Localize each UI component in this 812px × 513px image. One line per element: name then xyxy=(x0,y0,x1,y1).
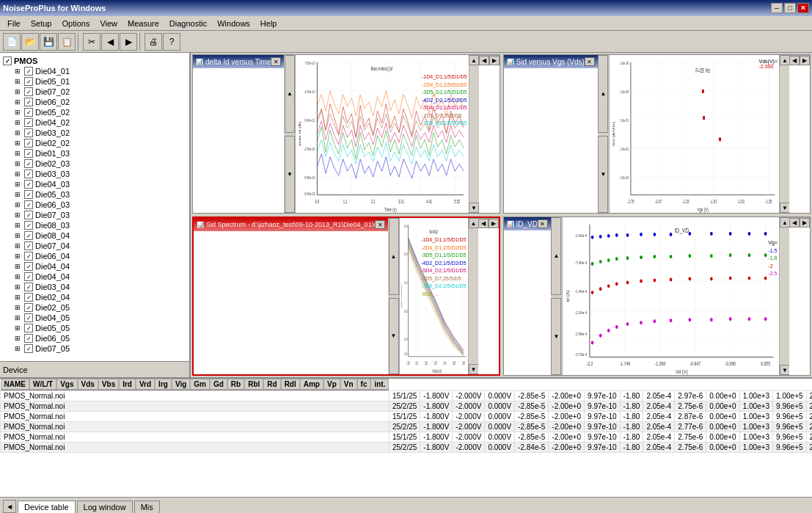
scroll-down[interactable]: ▼ xyxy=(780,203,789,213)
chart-close-btn[interactable]: ✕ xyxy=(375,220,385,229)
tree-item[interactable]: ⊞Die07_04 xyxy=(3,241,186,251)
item-checkbox[interactable] xyxy=(24,77,33,86)
tree-item[interactable]: ⊞Die04_05 xyxy=(3,313,186,323)
tree-item[interactable]: ⊞Die07_03 xyxy=(3,210,186,220)
tree-item[interactable]: ⊞Die06_04 xyxy=(3,251,186,261)
axis-up[interactable]: ▲ xyxy=(598,55,608,133)
tree-item[interactable]: ⊞Die01_03 xyxy=(3,148,186,159)
item-checkbox[interactable] xyxy=(24,324,33,332)
root-checkbox[interactable] xyxy=(3,57,12,65)
item-checkbox[interactable] xyxy=(24,262,33,271)
tree-item[interactable]: ⊞Die07_02 xyxy=(3,87,186,97)
hscroll-left[interactable]: ◀ xyxy=(478,219,489,228)
chart-plot-area[interactable]: 0.0 1.1 2.2 3.31 4.41 5.52 7.65e-10 4.25… xyxy=(296,55,468,213)
table-row[interactable]: PMOS_Normal.noi15/1/25-1.800V-2.000V0.00… xyxy=(1,432,813,443)
tree-item[interactable]: ⊞Die02_05 xyxy=(3,302,186,313)
item-checkbox[interactable] xyxy=(24,211,33,219)
scroll-down[interactable]: ▼ xyxy=(469,203,479,213)
scroll-up[interactable]: ▲ xyxy=(469,55,479,65)
cut-button[interactable]: ✂ xyxy=(83,33,100,51)
new-button[interactable]: 📄 xyxy=(3,33,21,51)
tree-item[interactable]: ⊞Die06_03 xyxy=(3,200,186,210)
maximize-button[interactable]: □ xyxy=(784,3,796,13)
tree-item[interactable]: ⊞Die04_01 xyxy=(3,66,186,76)
tab-scroll-left[interactable]: ◀ xyxy=(3,500,16,513)
menu-help[interactable]: Help xyxy=(256,18,282,29)
item-checkbox[interactable] xyxy=(24,159,33,168)
axis-down[interactable]: ▼ xyxy=(389,298,399,375)
chart-plot-area[interactable]: F=25 Hz -2.75 -2.47 -2.19 -1.91 -1.63 -1… xyxy=(610,55,779,213)
item-checkbox[interactable] xyxy=(24,67,33,76)
axis-up[interactable]: ▲ xyxy=(285,55,295,133)
axis-down[interactable]: ▼ xyxy=(285,136,295,214)
menu-file[interactable]: File xyxy=(3,18,25,29)
chart-close-btn[interactable]: ✕ xyxy=(538,219,548,228)
table-row[interactable]: PMOS_Normal.noi25/2/25-1.800V-2.000V0.00… xyxy=(1,401,813,412)
item-checkbox[interactable] xyxy=(24,87,33,96)
close-button[interactable]: ✕ xyxy=(797,3,809,13)
tree-item[interactable]: ⊞Die03_04 xyxy=(3,282,186,292)
tree-item[interactable]: ⊞Die03_02 xyxy=(3,128,186,138)
chart-plot-area[interactable]: Bias Index(2)# 1.0e0 1 xyxy=(400,218,468,374)
item-checkbox[interactable] xyxy=(24,190,33,199)
hscroll-right[interactable]: ▶ xyxy=(489,56,500,65)
tree-item[interactable]: ⊞Die06_02 xyxy=(3,97,186,107)
tree-item[interactable]: ⊞Die06_05 xyxy=(3,333,186,343)
scroll-down[interactable]: ▼ xyxy=(780,365,789,375)
tree-item[interactable]: ⊞Die07_05 xyxy=(3,343,186,354)
item-checkbox[interactable] xyxy=(24,128,33,137)
tree-item[interactable]: ⊞Die03_03 xyxy=(3,169,186,179)
item-checkbox[interactable] xyxy=(24,180,33,189)
menu-view[interactable]: View xyxy=(95,18,122,29)
hscroll-right[interactable]: ▶ xyxy=(489,219,499,228)
tree-item[interactable]: ⊞Die05_01 xyxy=(3,76,186,87)
scroll-up[interactable]: ▲ xyxy=(780,217,789,228)
tree-item[interactable]: ⊞Die04_04 xyxy=(3,272,186,282)
help-button[interactable]: ? xyxy=(163,33,180,51)
chart-right-scroll[interactable]: ▲ ▼ xyxy=(779,217,789,375)
tree-item[interactable]: ⊞Die04_02 xyxy=(3,117,186,128)
minimize-button[interactable]: ─ xyxy=(771,3,783,13)
chart-right-scroll[interactable]: ▲ ▼ xyxy=(779,55,789,213)
item-checkbox[interactable] xyxy=(24,283,33,291)
item-checkbox[interactable] xyxy=(24,231,33,240)
axis-down[interactable]: ▼ xyxy=(598,136,608,214)
item-checkbox[interactable] xyxy=(24,303,33,312)
tab-mis[interactable]: Mis xyxy=(134,501,160,513)
chart-close-btn[interactable]: ✕ xyxy=(271,57,281,66)
chart-right-scroll[interactable]: ▲ ▼ xyxy=(468,218,478,374)
open-button[interactable]: 📂 xyxy=(21,33,39,51)
table-row[interactable]: PMOS_Normal.noi15/1/25-1.800V-2.000V0.00… xyxy=(1,391,813,401)
item-checkbox[interactable] xyxy=(24,221,33,230)
item-checkbox[interactable] xyxy=(24,252,33,261)
hscroll-right[interactable]: ▶ xyxy=(800,56,810,65)
menu-diagnostic[interactable]: Diagnostic xyxy=(165,18,211,29)
item-checkbox[interactable] xyxy=(24,272,33,281)
tree-item[interactable]: ⊞Die05_05 xyxy=(3,323,186,333)
item-checkbox[interactable] xyxy=(24,293,33,302)
table-row[interactable]: PMOS_Normal.noi15/1/25-1.800V-2.000V0.00… xyxy=(1,412,813,422)
toolbar-btn4[interactable]: 📋 xyxy=(58,33,76,51)
tree-item[interactable]: ⊞Die02_02 xyxy=(3,138,186,148)
tree-item[interactable]: ⊞Die05_02 xyxy=(3,107,186,117)
print-button[interactable]: 🖨 xyxy=(145,33,162,51)
redo-button[interactable]: ▶ xyxy=(120,33,137,51)
item-checkbox[interactable] xyxy=(24,118,33,127)
scroll-up[interactable]: ▲ xyxy=(469,218,478,228)
scroll-up[interactable]: ▲ xyxy=(780,55,789,65)
save-button[interactable]: 💾 xyxy=(40,33,57,51)
table-row[interactable]: PMOS_Normal.noi25/2/25-1.800V-2.000V0.00… xyxy=(1,422,813,432)
tree-item[interactable]: ⊞Die02_04 xyxy=(3,292,186,302)
item-checkbox[interactable] xyxy=(24,334,33,343)
hscroll-left[interactable]: ◀ xyxy=(479,56,489,65)
menu-measure[interactable]: Measure xyxy=(123,18,164,29)
tree-item[interactable]: ⊞Die02_03 xyxy=(3,159,186,169)
tab-device-table[interactable]: Device table xyxy=(18,501,76,513)
undo-button[interactable]: ◀ xyxy=(101,33,119,51)
tree-item[interactable]: ⊞Die04_03 xyxy=(3,179,186,189)
item-checkbox[interactable] xyxy=(24,98,33,106)
tree-item[interactable]: ⊞Die08_03 xyxy=(3,220,186,230)
hscroll-right[interactable]: ▶ xyxy=(800,218,810,228)
chart-close-btn[interactable]: ✕ xyxy=(585,57,595,66)
item-checkbox[interactable] xyxy=(24,313,33,322)
